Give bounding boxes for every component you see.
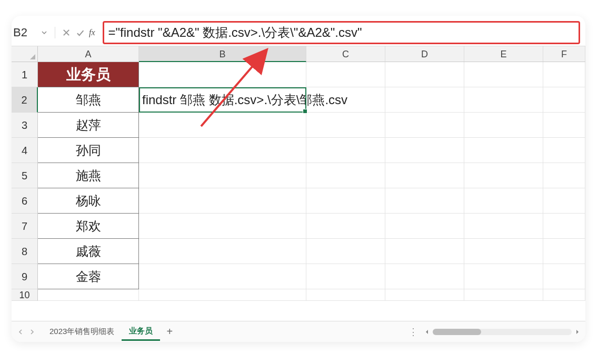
cell-D9[interactable] [385,264,464,289]
cell-A8[interactable]: 戚薇 [38,239,139,264]
cell-D1[interactable] [385,62,464,87]
tab-prev-icon[interactable] [16,327,25,337]
cell-C8[interactable] [306,239,385,264]
cell-C10[interactable] [306,289,385,301]
cell-F6[interactable] [543,188,585,214]
cell-E7[interactable] [464,214,543,239]
scroll-right-icon[interactable] [574,328,581,336]
formula-bar-row: B2 fx ="findstr "&A2&" 数据.csv>.\分表\"&A2&… [12,16,585,46]
cell-B10[interactable] [139,289,306,301]
row-header-1[interactable]: 1 [12,62,38,87]
horizontal-scrollbar[interactable] [423,328,581,336]
col-header-E[interactable]: E [464,46,543,62]
cell-E3[interactable] [464,113,543,138]
enter-icon[interactable] [75,28,85,37]
cell-C4[interactable] [306,138,385,163]
app-window: B2 fx ="findstr "&A2&" 数据.csv>.\分表\"&A2&… [12,16,585,342]
cell-A3[interactable]: 赵萍 [38,113,139,138]
row-header-8[interactable]: 8 [12,239,38,264]
col-header-D[interactable]: D [385,46,464,62]
row-header-4[interactable]: 4 [12,138,38,163]
cell-F1[interactable] [543,62,585,87]
cell-E9[interactable] [464,264,543,289]
cell-F8[interactable] [543,239,585,264]
name-box[interactable]: B2 [12,23,48,42]
row-header-2[interactable]: 2 [12,87,38,113]
cell-F3[interactable] [543,113,585,138]
cell-A2[interactable]: 邹燕 [38,87,139,113]
cell-C5[interactable] [306,163,385,188]
tab-more-icon[interactable]: ⋮ [408,326,423,338]
scroll-track[interactable] [433,329,572,335]
cell-A7[interactable]: 郑欢 [38,214,139,239]
cell-D10[interactable] [385,289,464,301]
select-all-corner[interactable] [12,46,38,62]
sheet-tab-active[interactable]: 业务员 [122,323,160,341]
spreadsheet-grid[interactable]: A B C D E F 1 业务员 2 邹燕 [12,46,585,321]
scroll-left-icon[interactable] [423,328,431,336]
cell-B4[interactable] [139,138,306,163]
row-header-7[interactable]: 7 [12,214,38,239]
cell-E8[interactable] [464,239,543,264]
cell-B6[interactable] [139,188,306,214]
col-header-C[interactable]: C [306,46,385,62]
cell-F9[interactable] [543,264,585,289]
chevron-down-icon[interactable] [42,30,47,35]
cell-E10[interactable] [464,289,543,301]
cell-E6[interactable] [464,188,543,214]
row-header-5[interactable]: 5 [12,163,38,188]
cell-C6[interactable] [306,188,385,214]
fx-icon[interactable]: fx [89,28,95,37]
cell-D6[interactable] [385,188,464,214]
col-header-F[interactable]: F [543,46,585,62]
cell-E4[interactable] [464,138,543,163]
cell-D7[interactable] [385,214,464,239]
cell-C3[interactable] [306,113,385,138]
cell-A9[interactable]: 金蓉 [38,264,139,289]
scroll-thumb[interactable] [433,329,481,335]
cell-B3[interactable] [139,113,306,138]
cell-B2[interactable] [139,87,306,113]
cell-E5[interactable] [464,163,543,188]
cell-F4[interactable] [543,138,585,163]
cell-F2[interactable] [543,87,585,113]
row-header-3[interactable]: 3 [12,113,38,138]
formula-input[interactable]: ="findstr "&A2&" 数据.csv>.\分表\"&A2&".csv" [103,21,580,44]
cell-B1[interactable] [139,62,306,87]
cell-D8[interactable] [385,239,464,264]
cell-C7[interactable] [306,214,385,239]
cell-E2[interactable] [464,87,543,113]
cell-A1[interactable]: 业务员 [38,62,139,87]
cell-B5[interactable] [139,163,306,188]
cell-A10[interactable] [38,289,139,301]
row-header-10[interactable]: 10 [12,289,38,301]
cell-D2[interactable] [385,87,464,113]
cell-D3[interactable] [385,113,464,138]
cell-E1[interactable] [464,62,543,87]
cell-B8[interactable] [139,239,306,264]
cell-F5[interactable] [543,163,585,188]
column-headers: A B C D E F [12,46,585,62]
cell-A4[interactable]: 孙同 [38,138,139,163]
cell-B7[interactable] [139,214,306,239]
tab-next-icon[interactable] [27,327,37,337]
cell-C2[interactable] [306,87,385,113]
cell-D4[interactable] [385,138,464,163]
col-header-A[interactable]: A [38,46,139,62]
cell-C9[interactable] [306,264,385,289]
cell-F10[interactable] [543,289,585,301]
cell-A5[interactable]: 施燕 [38,163,139,188]
add-sheet-button[interactable]: + [160,326,179,338]
row-header-6[interactable]: 6 [12,188,38,214]
cell-B9[interactable] [139,264,306,289]
cell-F7[interactable] [543,214,585,239]
cell-A6[interactable]: 杨咏 [38,188,139,214]
name-box-value: B2 [13,26,27,39]
cancel-icon[interactable] [62,28,71,37]
col-header-B[interactable]: B [139,46,306,62]
row-1: 1 业务员 [12,62,585,87]
cell-C1[interactable] [306,62,385,87]
sheet-tab-2023[interactable]: 2023年销售明细表 [42,323,122,340]
cell-D5[interactable] [385,163,464,188]
row-header-9[interactable]: 9 [12,264,38,289]
